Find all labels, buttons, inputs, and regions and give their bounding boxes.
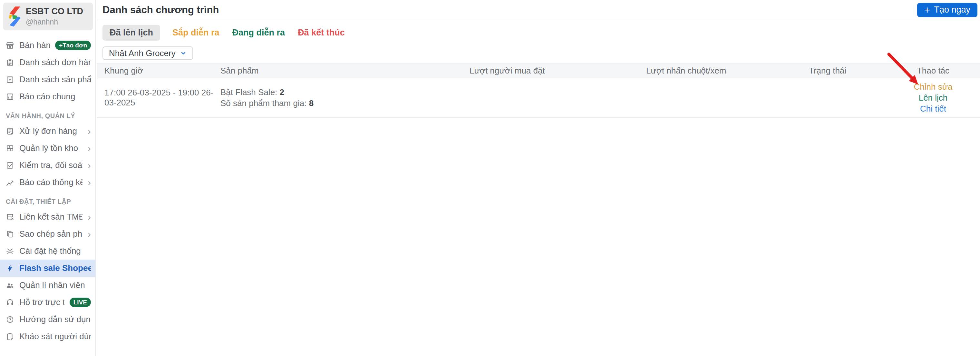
sidebar-item-lien-ket-san-tmdt[interactable]: Liên kết sàn TMĐT› [0,208,95,225]
sidebar-item-huong-dan-su-dung[interactable]: Hướng dẫn sử dụng [0,311,95,328]
column-header-khung-gio: Khung giờ [97,66,220,76]
status-tabs: Đã lên lịchSắp diễn raĐang diễn raĐã kết… [102,25,980,40]
headset-icon [6,298,14,307]
copy-icon [6,230,14,238]
sidebar-item-danh-sach-don-hang[interactable]: Danh sách đơn hàng [0,54,95,71]
sidebar-item-khao-sat-nguoi-dung[interactable]: Khảo sát người dùng [0,328,95,345]
box-download-icon [6,75,14,84]
chevron-right-icon: › [88,230,91,238]
sidebar-item-xu-ly-don-hang[interactable]: Xử lý đơn hàng› [0,123,95,140]
sidebar-item-label: Sao chép sản phẩm [19,229,83,239]
sidebar-item-label: Quản lí nhân viên [19,280,91,290]
sidebar-item-quan-ly-ton-kho[interactable]: Quản lý tồn kho› [0,140,95,157]
sidebar-item-flash-sale-shopee[interactable]: Flash sale Shopee [0,260,95,277]
chevron-right-icon: › [88,127,91,136]
column-header-trang-thai: Trạng thái [809,66,886,76]
sidebar: ESBT CO LTD @hanhnh Bán hàng+Tạo đơnDanh… [0,0,96,356]
sidebar-item-quan-li-nhan-vien[interactable]: Quản lí nhân viên [0,277,95,294]
sidebar-item-label: Liên kết sàn TMĐT [19,212,83,222]
org-card[interactable]: ESBT CO LTD @hanhnh [3,3,93,30]
sidebar-item-bao-cao-thong-ke[interactable]: Báo cáo thống kê› [0,174,95,191]
lightning-icon [6,264,14,273]
programs-table: Khung giờSản phẩmLượt người mua đặtLượt … [97,63,980,118]
people-icon [6,281,14,290]
tab-sap-dien-ra[interactable]: Sắp diễn ra [172,25,220,41]
sidebar-item-kiem-tra-doi-soat[interactable]: Kiểm tra, đối soát› [0,157,95,174]
bar-chart-icon [6,93,14,101]
filter-bar: Nhật Anh Grocery [102,46,980,60]
org-handle: @hanhnh [26,18,83,26]
sidebar-item-badge: LIVE [70,298,91,307]
org-meta: ESBT CO LTD @hanhnh [26,6,83,26]
sidebar-item-label: Báo cáo thống kê [19,177,83,187]
product-line: Bật Flash Sale: 2 [220,87,469,98]
checkbox-icon [6,161,14,169]
timeslot-cell: 17:00 26-03-2025 - 19:00 26-03-2025 [97,88,220,108]
sidebar-item-sao-chep-san-pham[interactable]: Sao chép sản phẩm› [0,225,95,243]
storefront-icon [6,41,14,49]
chevron-right-icon: › [88,161,91,169]
sidebar-item-label: Bán hàng [19,40,50,50]
document-check-icon [6,127,14,136]
survey-icon [6,332,14,341]
page-title: Danh sách chương trình [102,4,219,16]
shop-selector[interactable]: Nhật Anh Grocery [102,46,193,60]
product-cell: Bật Flash Sale: 2Số sản phẩm tham gia: 8 [220,87,469,109]
table-body: 17:00 26-03-2025 - 19:00 26-03-2025Bật F… [97,78,980,118]
action-len-lich[interactable]: Lên lịch [919,93,948,103]
sidebar-item-label: Danh sách đơn hàng [19,57,91,67]
tab-da-len-lich[interactable]: Đã lên lịch [102,25,160,41]
sidebar-nav: Bán hàng+Tạo đơnDanh sách đơn hàngDanh s… [0,37,95,345]
plus-icon: + [924,5,931,15]
shop-selector-label: Nhật Anh Grocery [109,48,176,58]
sidebar-item-ban-hang[interactable]: Bán hàng+Tạo đơn [0,37,95,54]
table-header-row: Khung giờSản phẩmLượt người mua đặtLượt … [97,63,980,78]
clipboard-icon [6,58,14,67]
sidebar-item-label: Báo cáo chung [19,92,91,102]
store-link-icon [6,213,14,221]
sidebar-item-label: Cài đặt hệ thống [19,246,91,256]
sidebar-item-label: Hỗ trợ trực tuyến [19,297,64,307]
column-header-thao-tac: Thao tác [886,66,980,76]
sidebar-item-danh-sach-san-pham[interactable]: Danh sách sản phẩm [0,71,95,88]
sidebar-item-label: Flash sale Shopee [19,263,91,273]
sidebar-item-label: Hướng dẫn sử dụng [19,314,91,324]
content-header: Danh sách chương trình + Tạo ngay [97,0,980,20]
main-content: Danh sách chương trình + Tạo ngay Đã lên… [97,0,980,356]
action-chinh-sua[interactable]: Chỉnh sửa [913,82,952,92]
create-button[interactable]: + Tạo ngay [917,3,977,17]
create-button-label: Tạo ngay [934,5,970,15]
org-name: ESBT CO LTD [26,6,83,16]
chevron-right-icon: › [88,178,91,187]
product-line: Số sản phẩm tham gia: 8 [220,98,469,109]
sidebar-item-label: Khảo sát người dùng [19,332,91,342]
gear-icon [6,247,14,255]
column-header-luot-nhan-chuot-xem: Lượt nhấn chuột/xem [646,66,809,76]
tab-da-ket-thuc[interactable]: Đã kết thúc [297,25,345,41]
sidebar-item-bao-cao-chung[interactable]: Báo cáo chung [0,88,95,105]
line-chart-icon [6,178,14,187]
sidebar-item-label: Danh sách sản phẩm [19,75,91,85]
sidebar-item-badge: +Tạo đơn [55,41,91,50]
sidebar-item-label: Quản lý tồn kho [19,143,83,153]
table-row: 17:00 26-03-2025 - 19:00 26-03-2025Bật F… [97,78,980,118]
inventory-icon [6,144,14,153]
sidebar-item-label: Kiểm tra, đối soát [19,160,83,170]
tab-dang-dien-ra[interactable]: Đang diễn ra [232,25,286,41]
chevron-down-icon [180,50,186,56]
action-chi-tiet[interactable]: Chi tiết [920,104,946,114]
chevron-right-icon: › [88,144,91,153]
company-logo [7,6,21,27]
column-header-luot-nguoi-mua-dat: Lượt người mua đặt [469,66,646,76]
column-header-san-pham: Sản phẩm [220,66,469,76]
sidebar-item-ho-tro-truc-tuyen[interactable]: Hỗ trợ trực tuyếnLIVE [0,294,95,311]
sidebar-item-cai-dat-he-thong[interactable]: Cài đặt hệ thống [0,243,95,260]
sidebar-section-header: VẬN HÀNH, QUẢN LÝ [0,109,95,123]
question-circle-icon [6,315,14,324]
sidebar-section-header: CÀI ĐẶT, THIẾT LẬP [0,195,95,208]
actions-cell: Chỉnh sửaLên lịchChi tiết [886,82,980,114]
sidebar-item-label: Xử lý đơn hàng [19,126,83,136]
chevron-right-icon: › [88,213,91,221]
